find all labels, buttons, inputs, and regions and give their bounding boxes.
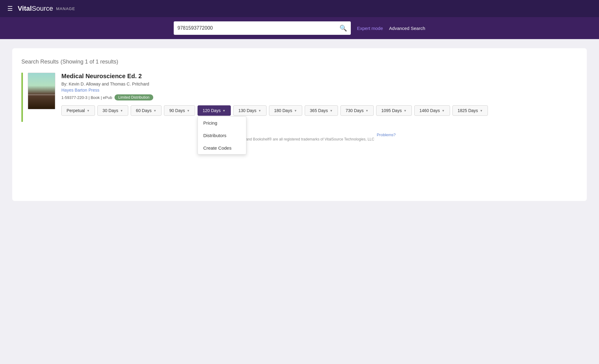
book-meta-text: 1-59377-220-3 | Book | ePub bbox=[61, 95, 112, 100]
limited-distribution-badge: Limited Distribution bbox=[114, 94, 153, 100]
chevron-down-icon: ▼ bbox=[442, 109, 445, 112]
logo-manage: MANAGE bbox=[56, 6, 75, 11]
book-meta: 1-59377-220-3 | Book | ePub Limited Dist… bbox=[61, 94, 578, 100]
chevron-down-icon: ▼ bbox=[223, 109, 226, 112]
logo-bold: Vital bbox=[18, 5, 32, 12]
pricing-btn-180days[interactable]: 180 Days ▼ bbox=[269, 105, 302, 116]
pricing-btn-90days[interactable]: 90 Days ▼ bbox=[164, 105, 195, 116]
book-publisher[interactable]: Hayes Barton Press bbox=[61, 88, 578, 93]
hamburger-icon[interactable]: ☰ bbox=[7, 5, 13, 12]
main-content: Search Results (Showing 1 of 1 results) … bbox=[0, 39, 599, 210]
book-cover-art bbox=[28, 73, 55, 109]
pricing-btn-1095days[interactable]: 1095 Days ▼ bbox=[376, 105, 412, 116]
chevron-down-icon: ▼ bbox=[480, 109, 483, 112]
search-icon: 🔍 bbox=[339, 25, 347, 31]
advanced-search-link[interactable]: Advanced Search bbox=[389, 26, 425, 31]
book-author: By: Kevin D. Alloway and Thomas C. Pritc… bbox=[61, 82, 578, 86]
chevron-down-icon: ▼ bbox=[187, 109, 190, 112]
pricing-btn-365days[interactable]: 365 Days ▼ bbox=[305, 105, 338, 116]
chevron-down-icon: ▼ bbox=[404, 109, 407, 112]
chevron-down-icon: ▼ bbox=[153, 109, 156, 112]
pricing-btn-1825days[interactable]: 1825 Days ▼ bbox=[452, 105, 488, 116]
chevron-down-icon: ▼ bbox=[120, 109, 123, 112]
pricing-btn-120days-wrapper: 120 Days ▼ Pricing Distributors Create C… bbox=[198, 105, 231, 116]
dropdown-item-distributors[interactable]: Distributors bbox=[198, 129, 246, 142]
pricing-row: Perpetual ▼ 30 Days ▼ 60 Days ▼ bbox=[61, 105, 578, 116]
book-item: Medical Neuroscience Ed. 2 By: Kevin D. … bbox=[21, 73, 578, 122]
problems-link[interactable]: Problems? bbox=[377, 133, 396, 137]
footer-row: VitalSource®, VitalBook® and Bookshelf® … bbox=[21, 128, 578, 141]
search-button[interactable]: 🔍 bbox=[339, 24, 347, 32]
chevron-down-icon: ▼ bbox=[330, 109, 333, 112]
search-bar-area: 🔍 Expert mode Advanced Search bbox=[0, 17, 599, 39]
logo-text: VitalSource bbox=[18, 5, 53, 13]
search-results-header: Search Results (Showing 1 of 1 results) bbox=[21, 57, 578, 65]
expert-mode-link[interactable]: Expert mode bbox=[357, 26, 383, 31]
dropdown-item-pricing[interactable]: Pricing bbox=[198, 117, 246, 129]
pricing-btn-30days[interactable]: 30 Days ▼ bbox=[97, 105, 128, 116]
top-nav: ☰ VitalSource MANAGE bbox=[0, 0, 599, 17]
search-input-wrap: 🔍 bbox=[174, 21, 351, 35]
pricing-btn-1460days[interactable]: 1460 Days ▼ bbox=[414, 105, 450, 116]
pricing-btn-120days[interactable]: 120 Days ▼ bbox=[198, 105, 231, 116]
chevron-down-icon: ▼ bbox=[87, 109, 90, 112]
logo-source: Source bbox=[32, 5, 53, 12]
chevron-down-icon: ▼ bbox=[258, 109, 261, 112]
search-results-title: Search Results bbox=[21, 59, 59, 65]
pricing-btn-perpetual[interactable]: Perpetual ▼ bbox=[61, 105, 95, 116]
chevron-down-icon: ▼ bbox=[365, 109, 368, 112]
book-cover bbox=[28, 73, 55, 109]
pricing-btn-130days[interactable]: 130 Days ▼ bbox=[233, 105, 267, 116]
book-info: Medical Neuroscience Ed. 2 By: Kevin D. … bbox=[61, 73, 578, 116]
logo-container: VitalSource MANAGE bbox=[18, 5, 75, 13]
dropdown-item-create-codes[interactable]: Create Codes bbox=[198, 142, 246, 154]
book-title: Medical Neuroscience Ed. 2 bbox=[61, 73, 578, 80]
pricing-btn-60days[interactable]: 60 Days ▼ bbox=[131, 105, 162, 116]
search-input[interactable] bbox=[177, 25, 339, 31]
pricing-dropdown-menu: Pricing Distributors Create Codes bbox=[198, 116, 246, 155]
results-card: Search Results (Showing 1 of 1 results) … bbox=[12, 48, 587, 201]
pricing-btn-730days[interactable]: 730 Days ▼ bbox=[340, 105, 374, 116]
search-results-count: (Showing 1 of 1 results) bbox=[60, 59, 118, 65]
chevron-down-icon: ▼ bbox=[294, 109, 297, 112]
